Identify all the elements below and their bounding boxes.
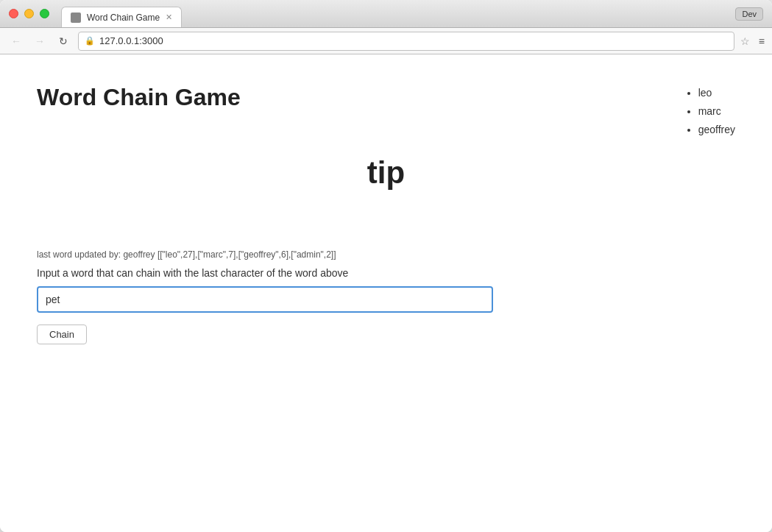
- back-icon: ←: [11, 35, 21, 47]
- reload-icon: ↻: [59, 35, 68, 47]
- titlebar: Word Chain Game ✕ Dev: [0, 0, 772, 28]
- forward-button[interactable]: →: [31, 32, 49, 50]
- back-button[interactable]: ←: [7, 32, 25, 50]
- page-title: Word Chain Game: [37, 84, 735, 111]
- chain-button[interactable]: Chain: [37, 324, 87, 344]
- browser-window: Word Chain Game ✕ Dev ← → ↻ 🔒 127.0.0.1:…: [0, 0, 772, 532]
- minimize-button[interactable]: [24, 9, 34, 18]
- tab-bar: Word Chain Game ✕: [61, 0, 182, 27]
- player-list-item: geoffrey: [698, 121, 735, 139]
- input-label: Input a word that can chain with the las…: [37, 267, 735, 279]
- traffic-lights: [9, 9, 49, 18]
- tab-favicon: [71, 13, 81, 23]
- tab-close-icon[interactable]: ✕: [166, 13, 172, 22]
- dev-button[interactable]: Dev: [735, 7, 763, 21]
- tab-title: Word Chain Game: [87, 13, 160, 23]
- last-updated-text: last word updated by: geoffrey [["leo",2…: [37, 249, 735, 260]
- url-text: 127.0.0.1:3000: [99, 35, 163, 46]
- players-list: leomarcgeoffrey: [684, 84, 735, 140]
- player-list-item: marc: [698, 102, 735, 121]
- menu-icon[interactable]: ≡: [759, 35, 765, 47]
- reload-button[interactable]: ↻: [54, 32, 72, 50]
- url-secure-icon: 🔒: [85, 36, 95, 46]
- bookmark-icon[interactable]: ☆: [740, 35, 750, 47]
- page-content: Word Chain Game leomarcgeoffrey tip last…: [0, 54, 772, 532]
- forward-icon: →: [35, 35, 45, 47]
- close-button[interactable]: [9, 9, 18, 18]
- maximize-button[interactable]: [40, 9, 49, 18]
- player-list-item: leo: [698, 84, 735, 102]
- addressbar: ← → ↻ 🔒 127.0.0.1:3000 ☆ ≡: [0, 28, 772, 54]
- current-word: tip: [37, 155, 735, 191]
- url-bar[interactable]: 🔒 127.0.0.1:3000: [78, 32, 734, 51]
- word-input[interactable]: [37, 286, 493, 313]
- browser-tab[interactable]: Word Chain Game ✕: [61, 7, 182, 27]
